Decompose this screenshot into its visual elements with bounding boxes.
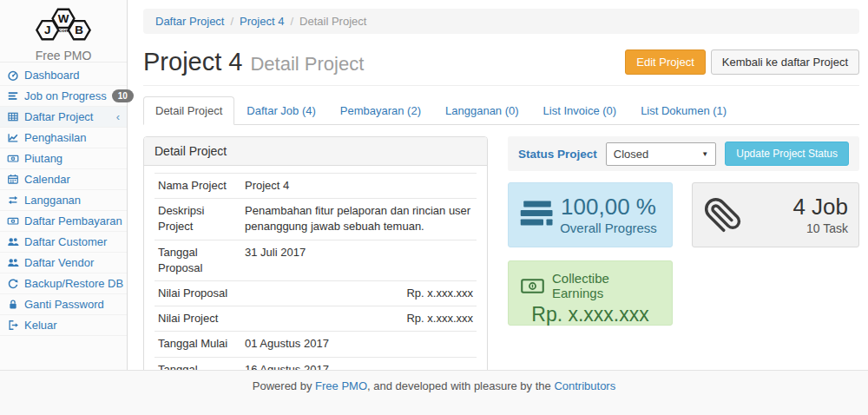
tab-pembayaran[interactable]: Pembayaran (2): [328, 96, 433, 125]
sidebar-item-daftar-vendor[interactable]: Daftar Vendor: [0, 253, 127, 273]
logo-letter-b: B: [75, 24, 83, 37]
sidebar-item-ganti-password[interactable]: Ganti Password: [0, 294, 127, 315]
logo-letter-w: W: [58, 12, 69, 25]
detail-row: Nilai ProjectRp. x.xxx.xxx: [155, 306, 477, 332]
page-footer: Powered by Free PMO, and developed with …: [0, 370, 868, 415]
tab-langganan[interactable]: Langganan (0): [433, 96, 531, 125]
paperclip-icon: [703, 195, 741, 235]
detail-row: Nilai ProposalRp. x.xxx.xxx: [155, 280, 477, 306]
tab-list-invoice[interactable]: List Invoice (0): [531, 96, 629, 125]
detail-row: Tanggal Proposal31 Juli 2017: [155, 240, 477, 280]
earnings-value: Rp. x.xxx.xxx: [521, 303, 660, 326]
table-icon: [7, 110, 19, 123]
detail-row: Tanggal Mulai01 Agustus 2017: [155, 332, 477, 357]
tab-list-dokumen[interactable]: List Dokumen (1): [628, 96, 739, 125]
calendar-icon: [7, 173, 19, 186]
field-value: Penambahan fitur pelaporan dan rincian u…: [241, 199, 477, 240]
sidebar-item-dashboard[interactable]: Dashboard: [0, 65, 127, 86]
breadcrumb-item[interactable]: Project 4: [240, 15, 284, 28]
footer-text-prefix: Powered by: [253, 379, 315, 392]
footer-text-middle: , and developed with pleasure by the: [367, 379, 554, 392]
field-label: Tanggal Mulai: [155, 332, 241, 357]
back-to-list-button[interactable]: Kembali ke daftar Project: [711, 49, 859, 75]
sidebar-item-label: Calendar: [24, 173, 120, 186]
collectible-earnings-box: Collectibe Earnings Rp. x.xxx.xxx: [508, 260, 673, 326]
tab-daftar-job[interactable]: Daftar Job (4): [234, 96, 327, 125]
page-header: Project 4 Detail Project Edit Project Ke…: [143, 34, 859, 86]
overall-progress-box: 100,00 % Overall Progress: [508, 182, 673, 247]
field-label: Nilai Proposal: [155, 280, 241, 306]
sidebar-item-label: Daftar Project: [24, 110, 111, 123]
tab-bar: Detail ProjectDaftar Job (4)Pembayaran (…: [143, 96, 859, 125]
page-subtitle: Detail Project: [250, 53, 364, 76]
field-value: Rp. x.xxx.xxx: [241, 280, 477, 306]
edit-project-button[interactable]: Edit Project: [625, 49, 705, 75]
sidebar-item-label: Ganti Password: [24, 298, 120, 311]
sidebar-item-label: Job on Progress: [24, 89, 107, 102]
field-label: Nama Project: [155, 174, 241, 199]
progress-value: 100,00 %: [556, 194, 661, 220]
contributors-link[interactable]: Contributors: [554, 379, 615, 392]
bars-icon: [7, 89, 19, 102]
detail-row: Nama ProjectProject 4: [155, 174, 477, 199]
logo-dotcom: .com: [57, 27, 70, 33]
users-icon: [7, 256, 19, 269]
jwb-logo-icon: W J B .com: [20, 4, 107, 44]
sidebar-item-calendar[interactable]: Calendar: [0, 169, 127, 190]
app-window: W J B .com Free PMO DashboardJob on Prog…: [0, 0, 868, 370]
money-icon: [7, 214, 19, 227]
sidebar-item-label: Langganan: [24, 194, 120, 207]
sidebar-item-penghasilan[interactable]: Penghasilan: [0, 128, 127, 148]
job-count-value: 4 Job: [741, 194, 848, 220]
sidebar-item-daftar-project[interactable]: Daftar Project‹: [0, 107, 127, 128]
earnings-label: Collectibe Earnings: [552, 271, 660, 300]
job-count-box: 4 Job 10 Task: [692, 182, 859, 247]
sidebar: W J B .com Free PMO DashboardJob on Prog…: [0, 0, 128, 370]
sidebar-item-langganan[interactable]: Langganan: [0, 190, 127, 211]
free-pmo-link[interactable]: Free PMO: [315, 379, 367, 392]
brand-name: Free PMO: [0, 49, 127, 63]
sidebar-item-daftar-pembayaran[interactable]: Daftar Pembayaran: [0, 211, 127, 232]
field-value: 31 Juli 2017: [241, 240, 477, 280]
breadcrumb-separator: /: [290, 15, 293, 28]
app-logo[interactable]: W J B .com Free PMO: [0, 0, 127, 63]
field-value: 01 Agustus 2017: [241, 332, 477, 357]
refresh-icon: [7, 277, 19, 290]
field-value: Rp. x.xxx.xxx: [241, 306, 477, 332]
chevron-left-icon: ‹: [116, 111, 120, 122]
task-count-value: 10 Task: [741, 221, 848, 235]
field-value: Project 4: [241, 174, 477, 199]
sidebar-item-piutang[interactable]: Piutang: [0, 148, 127, 169]
sidebar-item-daftar-customer[interactable]: Daftar Customer: [0, 232, 127, 253]
field-label: Deskripsi Project: [155, 199, 241, 240]
sidebar-item-label: Piutang: [24, 152, 120, 165]
sidebar-item-label: Dashboard: [24, 69, 120, 82]
sidebar-menu: DashboardJob on Progress10Daftar Project…: [0, 65, 127, 336]
tab-detail-project[interactable]: Detail Project: [143, 96, 234, 125]
detail-row: Deskripsi ProjectPenambahan fitur pelapo…: [155, 199, 477, 240]
sidebar-item-keluar[interactable]: Keluar: [0, 315, 127, 336]
logo-letter-j: J: [44, 24, 50, 37]
sidebar-item-label: Daftar Pembayaran: [24, 214, 122, 227]
users-icon: [7, 235, 19, 248]
breadcrumb: Daftar Project/Project 4/Detail Project: [143, 9, 859, 34]
sidebar-item-job-on-progress[interactable]: Job on Progress10: [0, 86, 127, 107]
sidebar-item-label: Penghasilan: [24, 131, 120, 144]
signout-icon: [7, 319, 19, 332]
breadcrumb-item[interactable]: Daftar Project: [155, 15, 224, 28]
update-status-button[interactable]: Update Project Status: [725, 142, 849, 166]
sidebar-item-label: Daftar Customer: [24, 235, 120, 248]
money-bill-icon: [521, 278, 544, 294]
exchange-icon: [7, 194, 19, 207]
page-title: Project 4: [143, 48, 242, 76]
chart-icon: [7, 131, 19, 144]
field-label: Tanggal Proposal: [155, 240, 241, 280]
breadcrumb-separator: /: [230, 15, 233, 28]
status-form: Status Project Closed ▼ Update Project S…: [508, 136, 859, 171]
gauge-icon: [7, 69, 19, 82]
sidebar-item-backup-restore-db[interactable]: Backup/Restore DB: [0, 273, 127, 294]
panel-heading: Detail Project: [144, 137, 487, 166]
money-icon: [7, 152, 19, 165]
select-caret-icon: ▼: [701, 150, 708, 158]
status-select[interactable]: Closed ▼: [606, 142, 716, 166]
